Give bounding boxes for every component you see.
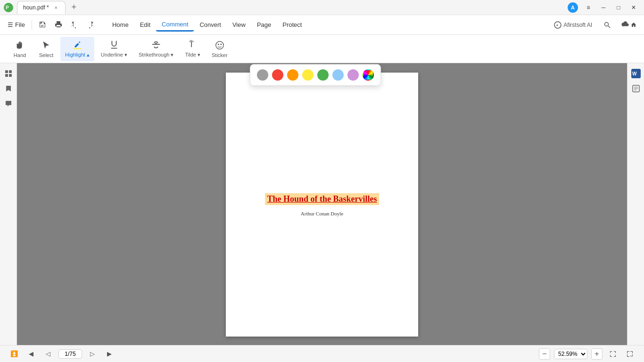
hand-tool-button[interactable]: Hand — [8, 37, 32, 61]
menu-divider-1 — [32, 20, 32, 30]
fullscreen-button[interactable] — [623, 347, 636, 361]
highlight-tool-button[interactable]: Highlight ▴ — [60, 37, 94, 61]
color-multicolor[interactable] — [363, 69, 374, 81]
nav-page[interactable]: Page — [251, 18, 277, 31]
thumbnail-panel-button[interactable] — [2, 67, 15, 80]
color-blue[interactable] — [332, 69, 344, 81]
header-right: ✦ Afirstsoft AI — [549, 18, 640, 32]
right-sidebar: W — [627, 63, 644, 345]
svg-rect-10 — [5, 70, 8, 73]
file-tab[interactable]: houn.pdf * × — [17, 1, 66, 14]
strikethrough-tool-button[interactable]: Strikethrough ▾ — [134, 37, 178, 61]
bookmark-panel-button[interactable] — [2, 82, 15, 95]
select-tool-button[interactable]: Select — [34, 37, 58, 61]
user-avatar: A — [568, 2, 578, 13]
nav-protect[interactable]: Protect — [277, 18, 307, 31]
comment-panel-button[interactable] — [2, 97, 15, 110]
svg-text:✦: ✦ — [556, 24, 559, 27]
zoom-in-button[interactable]: + — [591, 348, 603, 360]
minimize-button[interactable]: ─ — [597, 1, 610, 14]
nav-view[interactable]: View — [227, 18, 251, 31]
page-number-input[interactable]: 1/75 — [58, 349, 82, 359]
strikethrough-tool-label: Strikethrough ▾ — [139, 52, 173, 58]
svg-rect-11 — [9, 70, 12, 73]
maximize-button[interactable]: □ — [612, 1, 625, 14]
pdf-document-author: Arthur Conan Doyle — [301, 211, 343, 216]
new-tab-button[interactable]: + — [67, 1, 81, 14]
sticker-tool-label: Sticker — [212, 52, 228, 58]
close-window-button[interactable]: ✕ — [627, 1, 640, 14]
tab-area: houn.pdf * × + — [17, 1, 568, 14]
redo-button[interactable] — [83, 16, 98, 33]
svg-text:T̃: T̃ — [188, 40, 194, 49]
left-sidebar — [0, 63, 17, 345]
comment-toolbar: Hand Select Highlight ▴ Underline ▾ Stri… — [0, 35, 644, 63]
app-logo: P — [4, 3, 13, 12]
tilde-tool-button[interactable]: T̃ Tilde ▾ — [180, 37, 205, 61]
color-gray[interactable] — [257, 69, 268, 81]
color-picker-dropdown — [250, 64, 381, 86]
undo-button[interactable] — [67, 16, 82, 33]
nav-comment[interactable]: Comment — [156, 18, 194, 32]
color-orange[interactable] — [287, 69, 298, 81]
hamburger-button[interactable]: ≡ — [582, 1, 595, 14]
window-controls: ≡ ─ □ ✕ — [582, 1, 640, 14]
next-page-button-2[interactable]: ▶ — [103, 347, 116, 361]
zoom-out-button[interactable]: − — [539, 348, 550, 360]
underline-tool-button[interactable]: Underline ▾ — [96, 37, 132, 61]
notes-button[interactable] — [629, 82, 643, 95]
tilde-tool-label: Tilde ▾ — [185, 52, 200, 58]
file-menu-button[interactable]: ☰ File — [4, 19, 29, 30]
svg-rect-13 — [9, 74, 12, 77]
file-label: File — [15, 21, 25, 28]
svg-point-7 — [216, 41, 224, 49]
color-yellow[interactable] — [302, 69, 314, 81]
color-purple[interactable] — [347, 69, 359, 81]
nav-edit[interactable]: Edit — [134, 18, 156, 31]
highlight-tool-label: Highlight ▴ — [65, 52, 90, 58]
select-tool-label: Select — [39, 52, 54, 58]
color-red[interactable] — [272, 69, 283, 81]
zoom-level-select[interactable]: 52.59% 25% 50% 75% 100% 125% 150% 200% — [554, 349, 587, 359]
pdf-page: The Hound of the Baskervilles Arthur Con… — [226, 73, 418, 337]
svg-text:P: P — [6, 5, 9, 10]
word-export-button[interactable]: W — [629, 67, 643, 80]
svg-text:W: W — [632, 71, 637, 76]
ai-button[interactable]: ✦ Afirstsoft AI — [549, 19, 597, 31]
nav-items: Home Edit Comment Convert View Page Prot… — [107, 18, 308, 32]
svg-point-9 — [220, 43, 222, 45]
nav-convert[interactable]: Convert — [194, 18, 227, 31]
hand-tool-label: Hand — [14, 52, 26, 58]
svg-line-4 — [608, 26, 610, 28]
file-tab-name: houn.pdf * — [23, 4, 49, 11]
save-button[interactable] — [35, 16, 50, 33]
prev-page-button-2[interactable]: ◁ — [41, 347, 55, 361]
prev-page-button[interactable]: ◀ — [25, 347, 38, 361]
next-page-button[interactable]: ▷ — [86, 347, 99, 361]
underline-tool-label: Underline ▾ — [101, 52, 127, 58]
first-page-button[interactable]: ⏫ — [8, 347, 21, 361]
main-area: The Hound of the Baskervilles Arthur Con… — [0, 63, 644, 345]
svg-point-3 — [605, 22, 609, 26]
svg-point-8 — [218, 43, 219, 45]
svg-rect-12 — [5, 74, 8, 77]
status-bar: ⏫ ◀ ◁ 1/75 ▷ ▶ − 52.59% 25% 50% 75% 100%… — [0, 345, 644, 362]
svg-rect-5 — [74, 48, 82, 49]
sticker-tool-button[interactable]: Sticker — [207, 37, 232, 61]
cloud-button[interactable] — [618, 19, 640, 31]
hamburger-icon: ☰ — [8, 21, 13, 28]
print-button[interactable] — [51, 16, 66, 33]
pdf-document-title: The Hound of the Baskervilles — [265, 193, 379, 205]
menu-bar: ☰ File Home Edit Comment Convert View Pa… — [0, 15, 644, 35]
ai-label: Afirstsoft AI — [563, 22, 592, 28]
close-tab-button[interactable]: × — [53, 4, 59, 11]
fit-page-button[interactable] — [606, 347, 619, 361]
search-button[interactable] — [601, 18, 614, 32]
title-bar: P houn.pdf * × + A ≡ ─ □ ✕ — [0, 0, 644, 15]
pdf-viewer[interactable]: The Hound of the Baskervilles Arthur Con… — [17, 63, 627, 345]
color-green[interactable] — [317, 69, 329, 81]
nav-home[interactable]: Home — [107, 18, 134, 31]
